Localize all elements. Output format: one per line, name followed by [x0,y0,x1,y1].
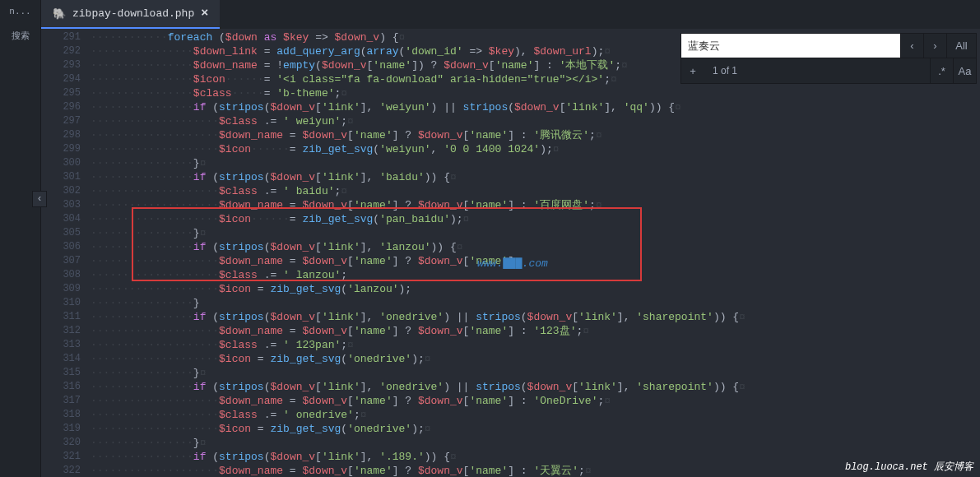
tab-active[interactable]: 🐘 zibpay-download.php × [41,0,220,29]
code-line[interactable]: ····················$class .= ' onedrive… [91,408,980,422]
php-icon: 🐘 [53,7,66,21]
line-number: 297 [41,114,81,128]
line-number: 302 [41,184,81,198]
code-line[interactable]: ····················$class .= ' 123pan';… [91,338,980,352]
tab-bar: 🐘 zibpay-download.php × [41,0,980,29]
find-count: 1 of 1 [704,65,930,76]
line-number: 311 [41,310,81,324]
line-number: 308 [41,268,81,282]
code-line[interactable]: ····················$icon······= zib_get… [91,142,980,156]
line-number: 316 [41,380,81,394]
tab-label: zibpay-download.php [72,7,194,20]
close-icon[interactable]: × [201,7,208,21]
activity-sidebar: n... 搜索 [0,0,41,477]
code-line[interactable]: ················}¤ [91,156,980,170]
sidebar-item-0[interactable]: n... [0,0,40,23]
code-editor[interactable]: 2912922932942952962972982993003013023033… [41,29,980,477]
find-all-button[interactable]: All [946,34,976,58]
scrollbar[interactable] [968,29,980,477]
line-number: 291 [41,30,81,44]
line-number: 298 [41,128,81,142]
code-line[interactable]: ····················$class .= ' weiyun';… [91,114,980,128]
code-line[interactable]: ················}¤ [91,366,980,380]
code-line[interactable]: ················if (stripos($down_v['lin… [91,380,980,394]
code-line[interactable]: ················} [91,296,980,310]
line-number: 310 [41,296,81,310]
line-number: 304 [41,212,81,226]
code-line[interactable]: ················if (stripos($down_v['lin… [91,100,980,114]
line-number: 318 [41,408,81,422]
line-gutter: 2912922932942952962972982993003013023033… [41,29,91,477]
line-number: 309 [41,282,81,296]
line-number: 322 [41,464,81,477]
line-number: 295 [41,86,81,100]
line-number: 314 [41,352,81,366]
line-number: 306 [41,240,81,254]
code-line[interactable]: ····················$class .= ' baidu';¤ [91,184,980,198]
code-line[interactable]: ················if (stripos($down_v['lin… [91,170,980,184]
find-input[interactable] [681,34,900,58]
code-line[interactable]: ····················$down_name = $down_v… [91,128,980,142]
line-number: 300 [41,156,81,170]
code-line[interactable]: ····················$icon······= zib_get… [91,212,980,226]
line-number: 320 [41,436,81,450]
code-line[interactable]: ····················$down_name = $down_v… [91,394,980,408]
line-number: 312 [41,324,81,338]
line-number: 315 [41,366,81,380]
code-line[interactable]: ····················$icon = zib_get_svg(… [91,422,980,436]
line-number: 313 [41,338,81,352]
line-number: 303 [41,198,81,212]
watermark-footer: blog.luoca.net 辰安博客 [845,460,973,474]
code-area[interactable]: ············foreach ($down as $key => $d… [91,29,980,477]
line-number: 321 [41,450,81,464]
code-line[interactable]: ····················$class .= ' lanzou'; [91,268,980,282]
line-number: 301 [41,170,81,184]
line-number: 294 [41,72,81,86]
find-next-button[interactable]: › [923,34,946,58]
code-line[interactable]: ················}¤ [91,226,980,240]
panel-collapse-handle[interactable]: ‹ [32,191,47,207]
line-number: 307 [41,254,81,268]
case-toggle[interactable]: Aa [953,58,976,83]
code-line[interactable]: ················if (stripos($down_v['lin… [91,240,980,254]
code-line[interactable]: ················if (stripos($down_v['lin… [91,310,980,324]
code-line[interactable]: ····················$icon = zib_get_svg(… [91,352,980,366]
line-number: 305 [41,226,81,240]
find-panel: ‹ › All + 1 of 1 .* Aa [680,33,977,84]
line-number: 299 [41,142,81,156]
code-line[interactable]: ················$class·····= 'b-theme';¤ [91,86,980,100]
watermark-inline: www.███.com [477,257,548,270]
code-line[interactable]: ····················$down_name = $down_v… [91,198,980,212]
code-line[interactable]: ················}¤ [91,436,980,450]
line-number: 317 [41,394,81,408]
line-number: 292 [41,44,81,58]
line-number: 319 [41,422,81,436]
line-number: 293 [41,58,81,72]
code-line[interactable]: ····················$down_name = $down_v… [91,324,980,338]
regex-toggle[interactable]: .* [930,58,953,83]
sidebar-item-search[interactable]: 搜索 [0,23,40,49]
find-prev-button[interactable]: ‹ [900,34,923,58]
add-line-button[interactable]: + [681,58,704,83]
line-number: 296 [41,100,81,114]
code-line[interactable]: ····················$icon = zib_get_svg(… [91,282,980,296]
